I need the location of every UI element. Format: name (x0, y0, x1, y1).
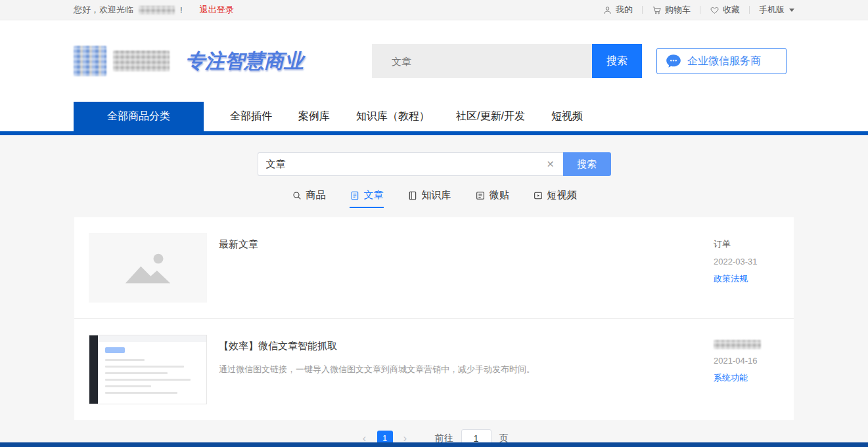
mobile-version-dropdown[interactable]: 手机版 (759, 4, 794, 16)
divider (642, 6, 643, 14)
result-description: 通过微信图文链接，一键导入微信图文文章到商城文章营销中，减少手动发布时间。 (219, 363, 702, 376)
tab-products-label: 商品 (306, 189, 326, 202)
tab-products[interactable]: 商品 (292, 189, 326, 208)
site-header: 专注智慧商业 搜索 企业微信服务商 (0, 20, 868, 102)
search-input[interactable] (258, 152, 563, 176)
logout-link[interactable]: 退出登录 (200, 4, 234, 16)
thumb-line (105, 359, 145, 361)
nav-item-short-video[interactable]: 短视频 (551, 102, 583, 131)
my-account-label: 我的 (616, 4, 633, 16)
nav-item-knowledge-base[interactable]: 知识库（教程） (356, 102, 430, 131)
result-title[interactable]: 【效率】微信文章智能抓取 (219, 340, 702, 352)
divider (700, 6, 700, 14)
chevron-down-icon (789, 9, 794, 12)
my-account-link[interactable]: 我的 (603, 4, 633, 16)
tab-knowledge-base[interactable]: 知识库 (407, 189, 451, 208)
thumb-sidebar (89, 335, 98, 404)
favorites-label: 收藏 (723, 4, 740, 16)
clear-icon[interactable]: ✕ (547, 158, 555, 170)
cart-label: 购物车 (665, 4, 691, 16)
main-content: ✕ 搜索 商品 文章 知识库 微贴 短视频 (0, 135, 868, 442)
thumb-topbar (98, 335, 206, 342)
mobile-version-label: 手机版 (759, 4, 785, 16)
wecom-chat-icon (665, 53, 682, 70)
header-search-input[interactable] (372, 44, 592, 78)
favorites-link[interactable]: 收藏 (710, 4, 740, 16)
nav-item-all-plugins[interactable]: 全部插件 (230, 102, 272, 131)
main-nav: 全部商品分类 全部插件 案例库 知识库（教程） 社区/更新/开发 短视频 (0, 102, 868, 135)
nav-item-case-library[interactable]: 案例库 (298, 102, 330, 131)
header-search: 搜索 (372, 44, 642, 78)
tab-knowledge-base-label: 知识库 (422, 189, 451, 202)
result-category-link[interactable]: 政策法规 (714, 273, 779, 285)
header-search-button[interactable]: 搜索 (592, 44, 642, 78)
result-item: 最新文章 订单 2022-03-31 政策法规 (74, 217, 794, 319)
thumb-line (105, 385, 151, 387)
book-icon (407, 190, 418, 201)
result-author-redacted (714, 340, 761, 349)
result-date: 2022-03-31 (714, 257, 779, 266)
username-redacted (139, 6, 175, 14)
site-slogan: 专注智慧商业 (185, 48, 304, 75)
divider (749, 6, 750, 14)
cart-icon (652, 5, 662, 15)
tab-articles-label: 文章 (364, 189, 384, 202)
thumb-line (105, 392, 177, 394)
thumb-line (105, 366, 184, 368)
greeting-text: 您好，欢迎光临 (74, 4, 133, 16)
thumb-line (105, 379, 191, 381)
greeting-suffix: ! (180, 5, 183, 15)
search-button[interactable]: 搜索 (563, 152, 611, 176)
results-card: 最新文章 订单 2022-03-31 政策法规 【效率】微 (74, 217, 794, 420)
result-title[interactable]: 最新文章 (219, 238, 702, 251)
nav-item-community[interactable]: 社区/更新/开发 (456, 102, 525, 131)
cart-link[interactable]: 购物车 (652, 4, 691, 16)
footer-bar (0, 442, 868, 447)
user-icon (603, 5, 612, 15)
tab-short-video[interactable]: 短视频 (533, 189, 577, 208)
logo-wordmark-redacted (113, 51, 170, 72)
wecom-badge-label: 企业微信服务商 (687, 54, 761, 68)
image-placeholder-icon (120, 247, 176, 289)
nav-underline (0, 131, 868, 135)
heart-icon (710, 5, 720, 15)
result-type-tabs: 商品 文章 知识库 微贴 短视频 (0, 189, 868, 208)
result-category-link[interactable]: 系统功能 (714, 372, 779, 384)
topbar: 您好，欢迎光临 ! 退出登录 我的 购物车 收藏 手机版 (0, 0, 868, 20)
list-box-icon (475, 190, 486, 201)
search-panel: ✕ 搜索 (0, 152, 868, 176)
tab-micro-posts-label: 微贴 (490, 189, 509, 202)
thumb-line (105, 372, 168, 374)
wecom-service-badge[interactable]: 企业微信服务商 (656, 48, 787, 74)
tab-articles[interactable]: 文章 (350, 189, 384, 208)
document-icon (350, 190, 360, 201)
result-thumbnail-placeholder[interactable] (89, 233, 207, 303)
result-meta-label: 订单 (714, 238, 779, 250)
nav-item-all-categories[interactable]: 全部商品分类 (74, 102, 204, 131)
thumb-button (105, 347, 125, 353)
tab-short-video-label: 短视频 (547, 189, 577, 202)
site-logo[interactable] (74, 46, 170, 76)
tab-micro-posts[interactable]: 微贴 (475, 189, 509, 208)
result-item: 【效率】微信文章智能抓取 通过微信图文链接，一键导入微信图文文章到商城文章营销中… (74, 319, 794, 420)
result-thumbnail-screenshot[interactable] (89, 335, 207, 404)
search-icon (292, 190, 302, 201)
logo-mark-redacted (74, 46, 106, 76)
video-icon (533, 190, 543, 201)
result-date: 2021-04-16 (714, 356, 779, 366)
